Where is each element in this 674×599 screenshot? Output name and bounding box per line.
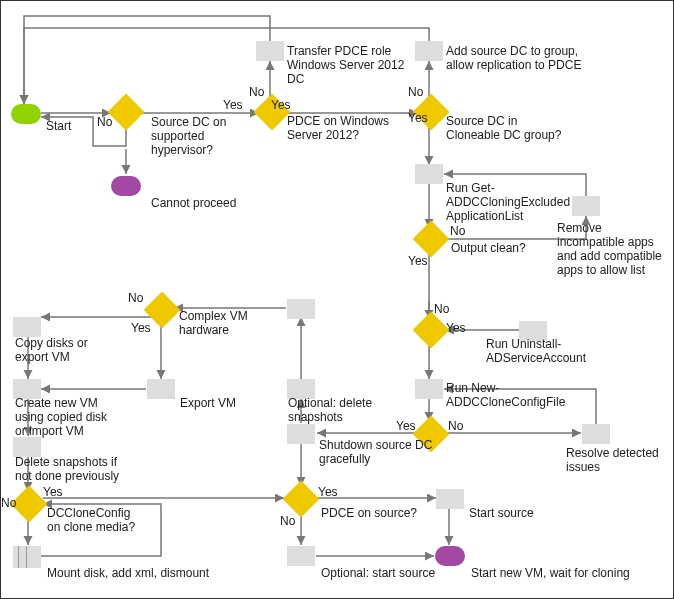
label-copy-disks: Copy disks or export VM xyxy=(15,336,95,364)
process-start-source xyxy=(436,489,464,509)
label-cannot-proceed: Cannot proceed xyxy=(151,196,236,210)
process-resolve-issues xyxy=(582,424,610,444)
process-export-vm xyxy=(147,379,175,399)
label-shutdown-source: Shutdown source DC gracefully xyxy=(319,438,439,466)
edge-dcclone-yes: Yes xyxy=(43,485,63,499)
decision-service-accounts xyxy=(413,312,450,349)
process-pre-run-get xyxy=(415,164,443,184)
edge-svc-no: No xyxy=(434,302,460,316)
edge-output-no: No xyxy=(450,224,465,238)
edge-hypervisor-yes: Yes xyxy=(223,98,243,112)
edge-group-yes: Yes xyxy=(408,111,428,125)
process-mount-disk xyxy=(13,546,41,568)
edge-config-no: No xyxy=(448,419,463,433)
label-transfer-pdce: Transfer PDCE role Windows Server 2012 D… xyxy=(287,44,417,86)
label-optional-start-source: Optional: start source xyxy=(321,566,435,580)
label-create-vm: Create new VM using copied disk or impor… xyxy=(15,396,115,438)
edge-output-yes: Yes xyxy=(408,254,428,268)
label-start: Start xyxy=(46,119,71,133)
edge-complex-no: No xyxy=(128,291,143,305)
edge-pdce-src-yes: Yes xyxy=(318,485,338,499)
label-export-vm: Export VM xyxy=(180,396,236,410)
label-cloneable-group: Source DC in Cloneable DC group? xyxy=(446,114,566,142)
edge-dcclone-no: No xyxy=(1,496,16,510)
terminal-cannot-proceed xyxy=(111,176,141,196)
edge-pdce-no: No xyxy=(249,85,264,99)
label-resolve-issues: Resolve detected issues xyxy=(566,446,666,474)
label-add-to-group: Add source DC to group, allow replicatio… xyxy=(446,44,591,72)
process-copy-disks xyxy=(13,317,41,337)
label-uninstall-adsvc: Run Uninstall-ADServiceAccount xyxy=(486,337,646,365)
label-delete-snapshots: Delete snapshots if not done previously xyxy=(15,455,125,483)
label-new-config: Run New-ADDCCloneConfigFile xyxy=(446,381,616,409)
label-start-source: Start source xyxy=(469,506,534,520)
label-start-new-vm: Start new VM, wait for cloning xyxy=(471,566,630,580)
label-optional-delete-snap: Optional: delete snapshots xyxy=(288,396,388,424)
decision-pdce-source xyxy=(283,481,320,518)
edge-pdce-yes: Yes xyxy=(271,98,291,112)
label-pdce-source: PDCE on source? xyxy=(321,506,417,520)
edge-config-yes: Yes xyxy=(396,419,416,433)
process-optional-start-source xyxy=(287,546,315,566)
process-delete-snapshots xyxy=(13,437,41,457)
flowchart-canvas: Start Source DC on supported hypervisor?… xyxy=(0,0,674,599)
edge-group-no: No xyxy=(408,85,423,99)
terminal-start-new-vm xyxy=(435,546,465,566)
process-shutdown-source xyxy=(287,424,315,444)
decision-output-clean xyxy=(413,221,450,258)
edge-hypervisor-no: No xyxy=(97,115,112,129)
label-hypervisor: Source DC on supported hypervisor? xyxy=(151,115,261,157)
edge-svc-yes: Yes xyxy=(446,321,472,335)
label-remove-incompatible: Remove incompatible apps and add compati… xyxy=(557,221,667,277)
label-pdce-2012: PDCE on Windows Server 2012? xyxy=(287,114,392,142)
process-complex-inlet xyxy=(287,299,315,319)
terminal-start xyxy=(11,104,41,124)
label-output-clean: Output clean? xyxy=(451,241,526,255)
process-transfer-pdce xyxy=(256,41,284,61)
process-new-config xyxy=(415,379,443,399)
process-remove-incompatible xyxy=(572,196,600,216)
edge-pdce-src-no: No xyxy=(280,514,295,528)
edge-complex-yes: Yes xyxy=(131,321,151,335)
label-complex-vm: Complex VM hardware xyxy=(179,309,259,337)
decision-hypervisor xyxy=(108,94,145,131)
label-mount-disk: Mount disk, add xml, dismount xyxy=(47,566,209,580)
process-add-to-group xyxy=(415,41,443,61)
label-dccloneconfig: DCCloneConfig on clone media? xyxy=(47,506,147,534)
